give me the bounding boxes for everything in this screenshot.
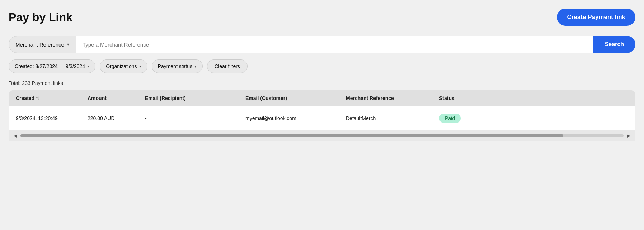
scroll-right-arrow[interactable]: ▶ [625,133,633,139]
chevron-down-icon: ▾ [87,64,89,69]
scrollbar-track[interactable] [20,134,624,137]
column-header-merchant-reference: Merchant Reference [346,95,439,101]
merchant-reference-label: Merchant Reference [15,42,64,48]
column-status-label: Status [439,95,455,101]
total-label: Total: 233 Payment links [9,80,635,86]
organizations-filter[interactable]: Organizations ▾ [100,59,147,73]
column-header-created[interactable]: Created ⇅ [16,95,88,101]
column-header-status: Status [439,95,497,101]
cell-email-recipient: - [145,115,245,121]
create-payment-link-button[interactable]: Create Payment link [557,9,635,26]
table-row[interactable]: 9/3/2024, 13:20:49 220.00 AUD - myemail@… [9,106,635,130]
filter-row: Created: 8/27/2024 — 9/3/2024 ▾ Organiza… [9,59,635,73]
header-row: Pay by Link Create Payment link [9,9,635,26]
search-button[interactable]: Search [593,36,635,53]
column-amount-label: Amount [88,95,107,101]
cell-merchant-reference: DefaultMerch [346,115,439,121]
horizontal-scrollbar: ◀ ▶ [9,130,635,141]
clear-filters-button[interactable]: Clear filters [207,59,248,73]
column-created-label: Created [16,95,34,101]
cell-email-customer: myemail@outlook.com [245,115,346,121]
status-badge: Paid [439,114,461,123]
column-email-customer-label: Email (Customer) [245,95,287,101]
cell-created: 9/3/2024, 13:20:49 [16,115,88,121]
scrollbar-thumb [20,134,563,137]
scroll-left-arrow[interactable]: ◀ [11,133,19,139]
chevron-down-icon: ▾ [67,42,69,47]
clear-filters-label: Clear filters [215,63,240,69]
column-merchant-reference-label: Merchant Reference [346,95,394,101]
chevron-down-icon: ▾ [139,64,141,69]
date-range-label: Created: 8/27/2024 — 9/3/2024 [15,63,85,69]
search-input[interactable] [76,36,593,53]
table-header: Created ⇅ Amount Email (Recipient) Email… [9,90,635,106]
page-container: Pay by Link Create Payment link Merchant… [0,0,644,230]
organizations-label: Organizations [106,63,137,69]
page-title: Pay by Link [9,11,72,24]
cell-amount: 220.00 AUD [88,115,145,121]
payment-status-label: Payment status [158,63,193,69]
column-header-amount: Amount [88,95,145,101]
payment-status-filter[interactable]: Payment status ▾ [152,59,203,73]
sort-icon: ⇅ [36,96,39,101]
cell-status: Paid [439,114,497,123]
column-email-recipient-label: Email (Recipient) [145,95,186,101]
search-row: Merchant Reference ▾ Search [9,36,635,53]
column-header-email-recipient: Email (Recipient) [145,95,245,101]
column-header-email-customer: Email (Customer) [245,95,346,101]
table-container: Created ⇅ Amount Email (Recipient) Email… [9,90,635,130]
date-range-filter[interactable]: Created: 8/27/2024 — 9/3/2024 ▾ [9,59,95,73]
chevron-down-icon: ▾ [194,64,197,69]
merchant-reference-dropdown[interactable]: Merchant Reference ▾ [9,36,76,53]
